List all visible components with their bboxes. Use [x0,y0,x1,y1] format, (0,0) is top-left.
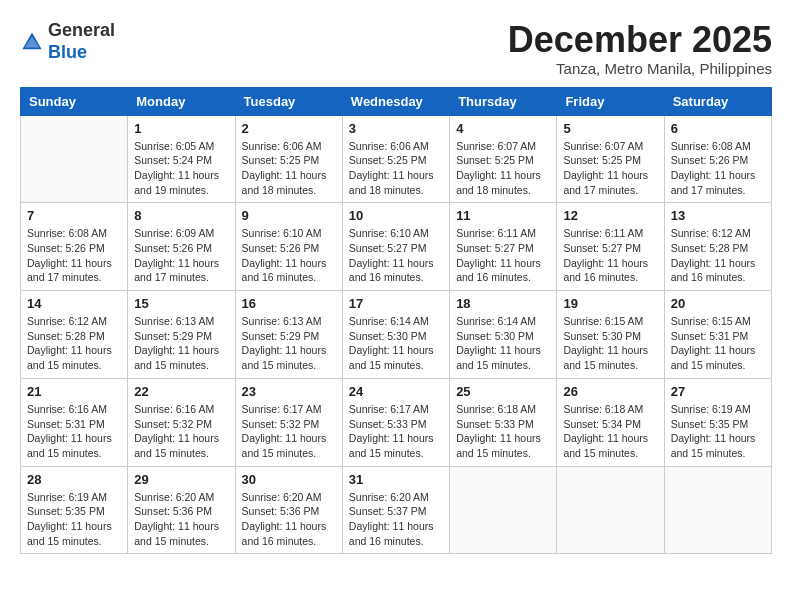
page-header: General Blue December 2025 Tanza, Metro … [20,20,772,77]
day-number: 17 [349,296,443,311]
calendar-cell: 6Sunrise: 6:08 AMSunset: 5:26 PMDaylight… [664,115,771,203]
calendar-cell: 5Sunrise: 6:07 AMSunset: 5:25 PMDaylight… [557,115,664,203]
day-info: Sunrise: 6:19 AMSunset: 5:35 PMDaylight:… [27,490,121,549]
day-number: 14 [27,296,121,311]
calendar-cell: 16Sunrise: 6:13 AMSunset: 5:29 PMDayligh… [235,291,342,379]
day-info: Sunrise: 6:20 AMSunset: 5:37 PMDaylight:… [349,490,443,549]
day-info: Sunrise: 6:10 AMSunset: 5:26 PMDaylight:… [242,226,336,285]
day-info: Sunrise: 6:08 AMSunset: 5:26 PMDaylight:… [27,226,121,285]
day-number: 2 [242,121,336,136]
month-title: December 2025 [508,20,772,60]
calendar-table: SundayMondayTuesdayWednesdayThursdayFrid… [20,87,772,555]
day-info: Sunrise: 6:06 AMSunset: 5:25 PMDaylight:… [349,139,443,198]
day-info: Sunrise: 6:16 AMSunset: 5:31 PMDaylight:… [27,402,121,461]
day-number: 3 [349,121,443,136]
calendar-cell: 23Sunrise: 6:17 AMSunset: 5:32 PMDayligh… [235,378,342,466]
day-number: 20 [671,296,765,311]
day-number: 5 [563,121,657,136]
calendar-cell: 18Sunrise: 6:14 AMSunset: 5:30 PMDayligh… [450,291,557,379]
calendar-week-row: 28Sunrise: 6:19 AMSunset: 5:35 PMDayligh… [21,466,772,554]
calendar-cell: 27Sunrise: 6:19 AMSunset: 5:35 PMDayligh… [664,378,771,466]
day-number: 11 [456,208,550,223]
calendar-day-header: Sunday [21,87,128,115]
calendar-cell: 12Sunrise: 6:11 AMSunset: 5:27 PMDayligh… [557,203,664,291]
title-area: December 2025 Tanza, Metro Manila, Phili… [508,20,772,77]
day-number: 28 [27,472,121,487]
day-info: Sunrise: 6:07 AMSunset: 5:25 PMDaylight:… [456,139,550,198]
calendar-cell [450,466,557,554]
calendar-cell: 10Sunrise: 6:10 AMSunset: 5:27 PMDayligh… [342,203,449,291]
calendar-cell: 21Sunrise: 6:16 AMSunset: 5:31 PMDayligh… [21,378,128,466]
calendar-day-header: Monday [128,87,235,115]
calendar-cell: 25Sunrise: 6:18 AMSunset: 5:33 PMDayligh… [450,378,557,466]
calendar-week-row: 1Sunrise: 6:05 AMSunset: 5:24 PMDaylight… [21,115,772,203]
day-info: Sunrise: 6:08 AMSunset: 5:26 PMDaylight:… [671,139,765,198]
day-info: Sunrise: 6:17 AMSunset: 5:33 PMDaylight:… [349,402,443,461]
calendar-cell: 17Sunrise: 6:14 AMSunset: 5:30 PMDayligh… [342,291,449,379]
day-number: 15 [134,296,228,311]
calendar-cell: 1Sunrise: 6:05 AMSunset: 5:24 PMDaylight… [128,115,235,203]
calendar-week-row: 21Sunrise: 6:16 AMSunset: 5:31 PMDayligh… [21,378,772,466]
day-number: 16 [242,296,336,311]
day-info: Sunrise: 6:20 AMSunset: 5:36 PMDaylight:… [242,490,336,549]
day-number: 1 [134,121,228,136]
day-number: 12 [563,208,657,223]
day-number: 23 [242,384,336,399]
calendar-cell: 24Sunrise: 6:17 AMSunset: 5:33 PMDayligh… [342,378,449,466]
day-number: 9 [242,208,336,223]
calendar-day-header: Wednesday [342,87,449,115]
day-number: 19 [563,296,657,311]
day-info: Sunrise: 6:14 AMSunset: 5:30 PMDaylight:… [456,314,550,373]
calendar-cell: 7Sunrise: 6:08 AMSunset: 5:26 PMDaylight… [21,203,128,291]
day-number: 4 [456,121,550,136]
day-info: Sunrise: 6:06 AMSunset: 5:25 PMDaylight:… [242,139,336,198]
day-info: Sunrise: 6:15 AMSunset: 5:30 PMDaylight:… [563,314,657,373]
day-number: 7 [27,208,121,223]
day-info: Sunrise: 6:20 AMSunset: 5:36 PMDaylight:… [134,490,228,549]
logo-blue-text: Blue [48,42,87,62]
calendar-cell: 29Sunrise: 6:20 AMSunset: 5:36 PMDayligh… [128,466,235,554]
day-number: 25 [456,384,550,399]
day-info: Sunrise: 6:13 AMSunset: 5:29 PMDaylight:… [242,314,336,373]
calendar-week-row: 7Sunrise: 6:08 AMSunset: 5:26 PMDaylight… [21,203,772,291]
day-number: 24 [349,384,443,399]
calendar-cell: 19Sunrise: 6:15 AMSunset: 5:30 PMDayligh… [557,291,664,379]
day-number: 18 [456,296,550,311]
location-text: Tanza, Metro Manila, Philippines [508,60,772,77]
day-info: Sunrise: 6:12 AMSunset: 5:28 PMDaylight:… [27,314,121,373]
calendar-cell: 2Sunrise: 6:06 AMSunset: 5:25 PMDaylight… [235,115,342,203]
calendar-cell: 8Sunrise: 6:09 AMSunset: 5:26 PMDaylight… [128,203,235,291]
day-number: 27 [671,384,765,399]
calendar-cell: 30Sunrise: 6:20 AMSunset: 5:36 PMDayligh… [235,466,342,554]
calendar-cell: 4Sunrise: 6:07 AMSunset: 5:25 PMDaylight… [450,115,557,203]
day-number: 13 [671,208,765,223]
calendar-cell [21,115,128,203]
calendar-cell: 9Sunrise: 6:10 AMSunset: 5:26 PMDaylight… [235,203,342,291]
calendar-cell [664,466,771,554]
day-info: Sunrise: 6:07 AMSunset: 5:25 PMDaylight:… [563,139,657,198]
day-number: 30 [242,472,336,487]
day-number: 8 [134,208,228,223]
calendar-cell [557,466,664,554]
day-info: Sunrise: 6:11 AMSunset: 5:27 PMDaylight:… [563,226,657,285]
day-info: Sunrise: 6:17 AMSunset: 5:32 PMDaylight:… [242,402,336,461]
day-info: Sunrise: 6:11 AMSunset: 5:27 PMDaylight:… [456,226,550,285]
day-number: 29 [134,472,228,487]
day-info: Sunrise: 6:05 AMSunset: 5:24 PMDaylight:… [134,139,228,198]
calendar-cell: 14Sunrise: 6:12 AMSunset: 5:28 PMDayligh… [21,291,128,379]
calendar-cell: 3Sunrise: 6:06 AMSunset: 5:25 PMDaylight… [342,115,449,203]
day-info: Sunrise: 6:10 AMSunset: 5:27 PMDaylight:… [349,226,443,285]
calendar-header-row: SundayMondayTuesdayWednesdayThursdayFrid… [21,87,772,115]
calendar-week-row: 14Sunrise: 6:12 AMSunset: 5:28 PMDayligh… [21,291,772,379]
day-number: 26 [563,384,657,399]
calendar-cell: 31Sunrise: 6:20 AMSunset: 5:37 PMDayligh… [342,466,449,554]
calendar-cell: 13Sunrise: 6:12 AMSunset: 5:28 PMDayligh… [664,203,771,291]
calendar-cell: 15Sunrise: 6:13 AMSunset: 5:29 PMDayligh… [128,291,235,379]
calendar-day-header: Tuesday [235,87,342,115]
day-info: Sunrise: 6:19 AMSunset: 5:35 PMDaylight:… [671,402,765,461]
day-info: Sunrise: 6:18 AMSunset: 5:33 PMDaylight:… [456,402,550,461]
day-info: Sunrise: 6:13 AMSunset: 5:29 PMDaylight:… [134,314,228,373]
logo: General Blue [20,20,115,63]
calendar-day-header: Saturday [664,87,771,115]
day-number: 10 [349,208,443,223]
